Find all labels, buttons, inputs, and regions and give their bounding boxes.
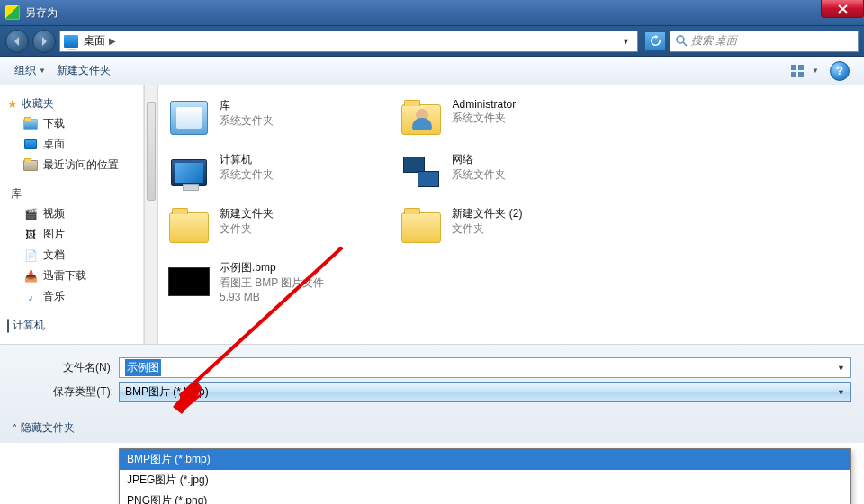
organize-label: 组织 bbox=[14, 63, 36, 78]
sidebar-item-pictures[interactable]: 🖼图片 bbox=[7, 224, 140, 245]
help-icon: ? bbox=[830, 61, 850, 81]
sidebar-libraries-header[interactable]: 库 bbox=[7, 184, 140, 203]
filetype-dropdown: BMP图片 (*.bmp) JPEG图片 (*.jpg) PNG图片 (*.pn… bbox=[119, 448, 851, 504]
sidebar-computer-header[interactable]: 计算机 bbox=[7, 316, 140, 335]
chevron-down-icon[interactable]: ▼ bbox=[837, 388, 845, 397]
breadcrumb-root[interactable]: 桌面 bbox=[84, 33, 105, 49]
filetype-option[interactable]: JPEG图片 (*.jpg) bbox=[120, 470, 850, 490]
sidebar-item-thunder[interactable]: 📥迅雷下载 bbox=[7, 266, 140, 286]
filename-input[interactable]: 示例图 ▼ bbox=[119, 357, 851, 378]
sidebar: ★ 收藏夹 下载 桌面 最近访问的位置 库 🎬视频 🖼图片 📄文档 📥迅雷下载 … bbox=[0, 86, 144, 344]
computer-icon bbox=[7, 319, 9, 333]
chevron-up-icon: ˄ bbox=[13, 423, 17, 433]
filetype-option[interactable]: BMP图片 (*.bmp) bbox=[120, 449, 850, 470]
filename-value: 示例图 bbox=[125, 359, 161, 376]
sidebar-item-videos[interactable]: 🎬视频 bbox=[7, 203, 140, 224]
filetype-value: BMP图片 (*.bmp) bbox=[125, 384, 209, 400]
svg-rect-4 bbox=[798, 72, 804, 77]
bmp-thumbnail-icon bbox=[168, 267, 210, 296]
picture-icon: 🖼 bbox=[23, 229, 38, 241]
folder-icon bbox=[401, 212, 441, 243]
network-icon bbox=[403, 157, 439, 187]
user-folder-icon bbox=[401, 104, 441, 135]
new-folder-label: 新建文件夹 bbox=[57, 63, 111, 78]
window-buttons bbox=[820, 0, 864, 18]
window-title: 另存为 bbox=[25, 5, 58, 21]
list-item[interactable]: 计算机系统文件夹 bbox=[167, 152, 392, 192]
sidebar-item-downloads[interactable]: 下载 bbox=[7, 113, 140, 134]
sidebar-scrollbar[interactable] bbox=[144, 86, 158, 344]
address-bar[interactable]: 桌面 ▶ ▼ bbox=[59, 31, 638, 52]
filetype-select[interactable]: BMP图片 (*.bmp) ▼ bbox=[119, 382, 851, 402]
sidebar-item-desktop[interactable]: 桌面 bbox=[7, 134, 140, 155]
organize-menu[interactable]: 组织 ▼ bbox=[9, 61, 51, 80]
sidebar-favorites-label: 收藏夹 bbox=[22, 96, 54, 112]
chevron-down-icon: ▼ bbox=[812, 67, 819, 75]
svg-rect-1 bbox=[791, 65, 796, 70]
filetype-option[interactable]: PNG图片 (*.png) bbox=[120, 490, 850, 504]
list-item[interactable]: 网络系统文件夹 bbox=[400, 152, 625, 192]
app-icon bbox=[5, 5, 20, 20]
desktop-icon bbox=[64, 35, 78, 48]
svg-point-0 bbox=[677, 36, 684, 43]
svg-rect-2 bbox=[798, 65, 804, 70]
back-button[interactable] bbox=[5, 30, 29, 53]
sidebar-item-documents[interactable]: 📄文档 bbox=[7, 245, 140, 266]
computer-icon bbox=[171, 159, 207, 186]
forward-button[interactable] bbox=[32, 30, 56, 53]
hide-folders-toggle[interactable]: ˄ 隐藏文件夹 bbox=[13, 420, 851, 436]
address-dropdown-arrow[interactable]: ▼ bbox=[618, 35, 634, 48]
toolbar: 组织 ▼ 新建文件夹 ▼ ? bbox=[0, 57, 864, 86]
sidebar-item-recent[interactable]: 最近访问的位置 bbox=[7, 155, 140, 176]
folder-icon bbox=[169, 212, 209, 243]
video-icon: 🎬 bbox=[23, 208, 38, 220]
chevron-down-icon: ▼ bbox=[39, 67, 46, 75]
chevron-right-icon[interactable]: ▶ bbox=[109, 36, 116, 46]
hide-folders-label: 隐藏文件夹 bbox=[21, 420, 75, 436]
refresh-button[interactable] bbox=[644, 32, 666, 51]
list-item[interactable]: Administrator系统文件夹 bbox=[400, 98, 625, 138]
sidebar-favorites-header[interactable]: ★ 收藏夹 bbox=[7, 94, 140, 113]
download-icon bbox=[23, 119, 38, 130]
sidebar-item-music[interactable]: ♪音乐 bbox=[7, 286, 140, 307]
titlebar: 另存为 bbox=[0, 0, 864, 26]
main-area: ★ 收藏夹 下载 桌面 最近访问的位置 库 🎬视频 🖼图片 📄文档 📥迅雷下载 … bbox=[0, 86, 864, 344]
thunder-icon: 📥 bbox=[23, 270, 38, 283]
star-icon: ★ bbox=[7, 97, 18, 111]
nav-row: 桌面 ▶ ▼ 搜索 桌面 bbox=[0, 26, 864, 57]
library-icon bbox=[170, 101, 208, 135]
sidebar-computer-label: 计算机 bbox=[13, 318, 45, 333]
chevron-down-icon[interactable]: ▼ bbox=[837, 364, 845, 373]
new-folder-button[interactable]: 新建文件夹 bbox=[51, 61, 116, 80]
list-item[interactable]: 新建文件夹 (2)文件夹 bbox=[400, 206, 625, 246]
document-icon: 📄 bbox=[23, 249, 38, 262]
filename-label: 文件名(N): bbox=[13, 360, 119, 375]
view-options-button[interactable]: ▼ bbox=[786, 63, 824, 79]
list-item[interactable]: 示例图.bmp看图王 BMP 图片文件5.93 MB bbox=[167, 260, 410, 303]
svg-rect-3 bbox=[791, 72, 796, 77]
recent-icon bbox=[23, 160, 38, 171]
sidebar-libraries-label: 库 bbox=[11, 186, 22, 202]
help-button[interactable]: ? bbox=[824, 59, 855, 83]
search-placeholder: 搜索 桌面 bbox=[691, 33, 737, 49]
filetype-label: 保存类型(T): bbox=[13, 384, 119, 400]
list-item[interactable]: 库系统文件夹 bbox=[167, 98, 392, 138]
desktop-icon bbox=[24, 140, 37, 149]
music-icon: ♪ bbox=[23, 291, 38, 303]
search-input[interactable]: 搜索 桌面 bbox=[670, 31, 859, 52]
file-list-pane[interactable]: 库系统文件夹 Administrator系统文件夹 计算机系统文件夹 网络系统文… bbox=[158, 86, 864, 344]
bottom-panel: 文件名(N): 示例图 ▼ 保存类型(T): BMP图片 (*.bmp) ▼ ˄… bbox=[0, 344, 864, 443]
list-item[interactable]: 新建文件夹文件夹 bbox=[167, 206, 392, 246]
close-button[interactable] bbox=[821, 0, 864, 18]
